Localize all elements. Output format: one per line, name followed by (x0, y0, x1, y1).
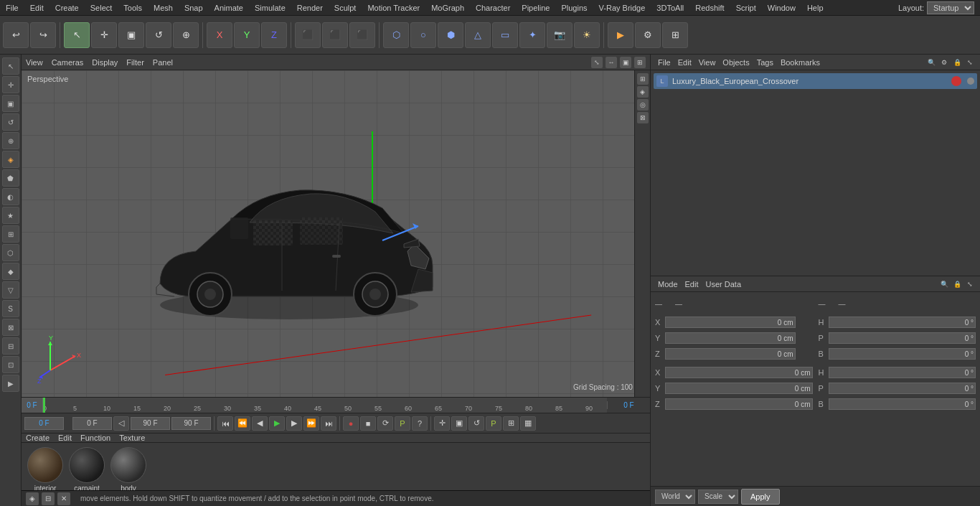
left-icon-13[interactable]: ▽ (2, 281, 19, 299)
size-z-input[interactable] (665, 398, 813, 410)
obj-settings-icon[interactable]: ⚙ (938, 57, 950, 68)
rot-b-input[interactable] (829, 348, 976, 360)
vp-icon-3[interactable]: ▣ (620, 57, 631, 68)
menu-create[interactable]: Create (50, 2, 85, 14)
object-row-selected[interactable]: L Luxury_Black_European_Crossover (654, 73, 977, 89)
menu-render[interactable]: Render (291, 2, 329, 14)
plane-button[interactable]: ▭ (492, 22, 518, 48)
vp-menu-filter[interactable]: Filter (126, 58, 143, 67)
layout-dropdown[interactable]: Startup (927, 1, 974, 14)
menu-select[interactable]: Select (85, 2, 118, 14)
start-frame-input[interactable] (72, 417, 112, 430)
null-button[interactable]: ✦ (519, 22, 545, 48)
material-carpaint[interactable]: carpaint (69, 447, 105, 492)
sphere-button[interactable]: ○ (410, 22, 436, 48)
rot-p-input[interactable] (829, 332, 976, 344)
left-icon-18[interactable]: ▶ (2, 375, 19, 392)
vp-rc-2[interactable]: ◈ (637, 86, 649, 98)
status-icon-2[interactable]: ⊟ (42, 492, 55, 505)
left-icon-15[interactable]: ⊠ (2, 319, 19, 336)
select-tool-button[interactable]: ↖ (64, 22, 90, 48)
left-icon-3[interactable]: ▣ (2, 95, 19, 112)
pb-ref-button[interactable]: P (486, 416, 501, 431)
menu-window[interactable]: Window (762, 2, 801, 14)
left-icon-9[interactable]: ★ (2, 207, 19, 224)
size2-p-input[interactable] (829, 383, 976, 394)
camera-button[interactable]: 📷 (547, 22, 573, 48)
obj-menu-edit[interactable]: Edit (675, 58, 694, 67)
menu-snap[interactable]: Snap (179, 2, 209, 14)
menu-edit[interactable]: Edit (24, 2, 50, 14)
vp-rc-1[interactable]: ⊞ (637, 73, 649, 85)
left-icon-5[interactable]: ⊕ (2, 132, 19, 149)
play-button[interactable]: ▶ (269, 416, 285, 431)
menu-motion-tracker[interactable]: Motion Tracker (362, 2, 425, 14)
goto-end-button[interactable]: ⏭ (321, 416, 336, 431)
size2-h-input[interactable] (829, 367, 976, 378)
left-icon-11[interactable]: ⬡ (2, 244, 19, 261)
vp-icon-2[interactable]: ↔ (606, 57, 617, 68)
obj-expand-icon[interactable]: ⤡ (964, 57, 976, 68)
viewport-1-button[interactable]: ⬛ (295, 22, 321, 48)
step-back2-button[interactable]: ◀ (252, 416, 268, 431)
transform-tool-button[interactable]: ⊕ (173, 22, 199, 48)
rot-h-input[interactable] (829, 317, 976, 328)
step-fwd2-button[interactable]: ⏩ (303, 416, 319, 431)
current-frame-input[interactable] (24, 417, 64, 430)
left-icon-4[interactable]: ↺ (2, 113, 19, 131)
z-axis-button[interactable]: Z (261, 22, 287, 48)
playhead[interactable] (43, 398, 45, 413)
second-end-input[interactable] (171, 417, 211, 430)
attr-search-icon[interactable]: 🔍 (938, 278, 950, 290)
pb-move-button[interactable]: ✛ (434, 416, 450, 431)
pos-x-input[interactable] (665, 317, 796, 328)
material-interior[interactable]: interior (27, 447, 63, 492)
obj-menu-file[interactable]: File (655, 58, 674, 67)
left-icon-1[interactable]: ↖ (2, 57, 19, 75)
vp-rc-3[interactable]: ◎ (637, 99, 649, 111)
viewport-2-button[interactable]: ⬛ (322, 22, 348, 48)
render-region-button[interactable]: ⊞ (662, 22, 688, 48)
pb-scale-button[interactable]: ▣ (451, 416, 467, 431)
cube-button[interactable]: ⬡ (383, 22, 409, 48)
menu-3dtoall[interactable]: 3DToAll (651, 2, 689, 14)
viewport-canvas[interactable]: Perspective (22, 70, 650, 397)
world-dropdown[interactable]: World (655, 489, 695, 504)
attr-menu-mode[interactable]: Mode (655, 280, 681, 289)
material-body[interactable]: body (110, 447, 146, 492)
redo-button[interactable]: ↪ (30, 22, 56, 48)
pos-y-input[interactable] (665, 332, 796, 344)
frame-minus-button[interactable]: ◁ (113, 416, 129, 431)
left-icon-14[interactable]: S (2, 300, 19, 317)
menu-help[interactable]: Help (801, 2, 829, 14)
menu-file[interactable]: File (0, 2, 24, 14)
size-y-input[interactable] (665, 383, 813, 394)
vp-icon-1[interactable]: ⤡ (591, 57, 603, 68)
apply-button[interactable]: Apply (741, 489, 780, 505)
obj-lock-icon[interactable]: 🔒 (951, 57, 963, 68)
cylinder-button[interactable]: ⬢ (438, 22, 463, 48)
menu-animate[interactable]: Animate (209, 2, 249, 14)
obj-search-icon[interactable]: 🔍 (925, 57, 937, 68)
pb-cam-button[interactable]: ▦ (520, 416, 536, 431)
vp-rc-4[interactable]: ⊠ (637, 112, 649, 123)
render-settings-button[interactable]: ⚙ (635, 22, 661, 48)
undo-button[interactable]: ↩ (3, 22, 29, 48)
menu-mograph[interactable]: MoGraph (425, 2, 470, 14)
mat-menu-edit[interactable]: Edit (58, 434, 72, 442)
y-axis-button[interactable]: Y (234, 22, 260, 48)
step-fwd-button[interactable]: ▶ (286, 416, 302, 431)
size2-b-input[interactable] (829, 398, 976, 410)
obj-menu-bookmarks[interactable]: Bookmarks (778, 58, 823, 67)
left-icon-17[interactable]: ⊡ (2, 356, 19, 373)
size-x-input[interactable] (665, 367, 813, 378)
left-icon-12[interactable]: ◆ (2, 263, 19, 280)
step-back-button[interactable]: ⏪ (235, 416, 250, 431)
left-icon-6[interactable]: ◈ (2, 151, 19, 168)
menu-character[interactable]: Character (470, 2, 516, 14)
obj-menu-view[interactable]: View (696, 58, 719, 67)
left-icon-16[interactable]: ⊟ (2, 337, 19, 355)
goto-start-button[interactable]: ⏮ (217, 416, 233, 431)
menu-tools[interactable]: Tools (118, 2, 148, 14)
light-button[interactable]: ☀ (574, 22, 600, 48)
